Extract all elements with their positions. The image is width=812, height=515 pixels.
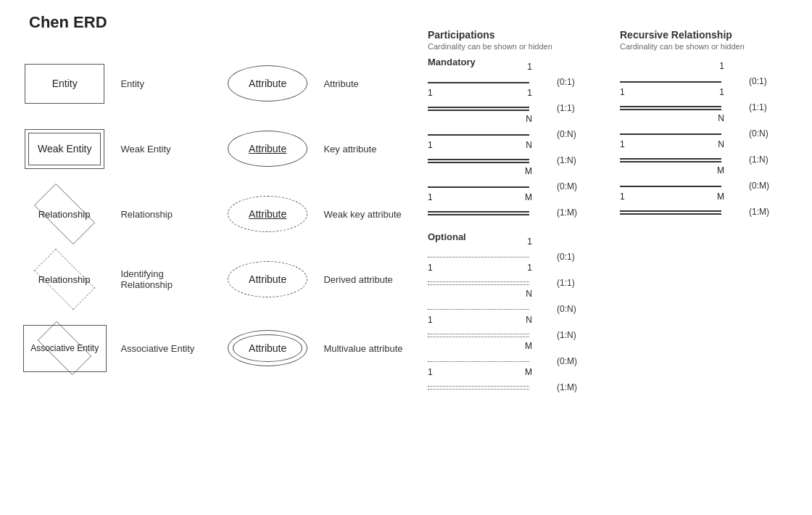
rec-line-11: 1 1 [620,97,743,118]
part-line-1m: 1 M [428,202,551,223]
shape-row-identifying: Relationship Identifying Relationship At… [14,247,420,312]
part-dotted-line-0m: M [428,351,551,371]
attribute-shape-container: Attribute [218,65,318,102]
participations-subtitle: Cardinality can be shown or hidden [428,42,609,51]
num-right-1m: M [525,192,532,202]
rec-line-0n: N [620,123,743,144]
opt-num-left-1m: 1 [428,367,433,377]
diamond: Relationship [34,184,95,244]
rec-cardinality-0m: (0:M) [749,181,785,191]
rec-row-0m: M (0:M) [620,176,801,196]
weak-key-attribute-label: Attribute [249,208,286,220]
weak-entity-label: Weak Entity [38,143,91,154]
identifying-relationship-shape: Relationship [25,258,104,301]
cardinality-0n: (0:N) [557,129,593,139]
multi-attr-shape-container: Attribute [218,330,318,366]
rec-num-right-0n: N [718,113,724,123]
part-dotted-dbl-1n: 1 N [428,325,551,345]
num-right-01: 1 [527,62,532,72]
rec-line-1m: 1 M [620,202,743,222]
weak-entity-shape-container: Weak Entity [14,129,115,169]
participations-panel: Participations Cardinality can be shown … [428,29,609,403]
attribute-desc: Attribute [323,78,420,89]
identifying-rel-label: Relationship [38,273,91,284]
rec-row-1m: 1 M (1:M) [620,202,801,222]
rec-cardinality-01: (0:1) [749,76,785,86]
opt-num-right-01: 1 [527,236,532,247]
rec-num-right-1n: N [718,139,724,149]
part-row-optional-11: 1 1 (1:1) [428,273,609,293]
rec-line-1n: 1 N [620,149,743,170]
num-right-11: 1 [527,88,532,98]
multivalue-attribute-label: Attribute [249,342,286,354]
weak-key-attr-shape-container: Attribute [218,196,318,232]
attribute-shape: Attribute [228,65,307,102]
entity-desc: Entity [120,78,218,89]
page-title: Chen ERD [29,13,107,32]
weak-entity-shape: Weak Entity [25,129,104,169]
opt-cardinality-01: (0:1) [557,252,593,262]
rec-num-right-1m: M [717,191,724,202]
opt-num-right-1n: N [526,315,532,325]
cardinality-1m: (1:M) [557,207,593,218]
identifying-rel-shape-container: Relationship [14,258,115,301]
derived-attribute-shape: Attribute [228,261,307,297]
part-row-mandatory-01: 1 (0:1) [428,72,609,92]
part-row-optional-01: 1 (0:1) [428,247,609,267]
weak-entity-inner: Weak Entity [28,133,101,165]
part-line-0n: N [428,124,551,144]
solid-line-01 [428,82,529,83]
cardinality-1n: (1:N) [557,155,593,165]
rec-line-01: 1 [620,71,743,91]
optional-label: Optional [428,231,609,242]
part-dotted-line-0n: N [428,299,551,319]
num-right-0m: M [525,166,532,176]
part-row-mandatory-0n: N (0:N) [428,124,609,144]
num-right-1n: N [526,140,532,150]
opt-cardinality-0n: (0:N) [557,304,593,314]
shape-row-relationship: Relationship Relationship Attribute Weak… [14,181,420,247]
shape-row-entity: Entity Entity Attribute Attribute [14,51,420,116]
part-line-11: 1 1 [428,98,551,118]
part-row-optional-1n: 1 N (1:N) [428,325,609,345]
num-left-1m: 1 [428,192,433,202]
assoc-entity-label: Associative Entity [30,343,99,353]
opt-num-right-11: 1 [527,263,532,273]
part-row-mandatory-0m: M (0:M) [428,176,609,197]
part-dotted-line-01: 1 [428,247,551,267]
recursive-panel: Recursive Relationship Cardinality can b… [620,29,801,228]
multivalue-attribute-shape: Attribute [228,330,307,366]
opt-cardinality-0m: (0:M) [557,356,593,366]
opt-num-right-0m: M [525,341,532,351]
part-line-1n: 1 N [428,150,551,170]
opt-num-right-0n: N [526,289,532,299]
participations-title: Participations [428,29,609,41]
derived-attr-shape-container: Attribute [218,261,318,297]
shape-row-weak-entity: Weak Entity Weak Entity Attribute Key at… [14,116,420,181]
rec-solid-0m [620,186,721,187]
cardinality-01: (0:1) [557,77,593,87]
part-dotted-dbl-1m: 1 M [428,377,551,397]
part-row-optional-0n: N (0:N) [428,299,609,319]
solid-line-0n [428,134,529,136]
part-dotted-dbl-11: 1 1 [428,273,551,293]
opt-num-right-1m: M [525,367,532,377]
dotted-line-01 [428,257,529,258]
shapes-panel: Entity Entity Attribute Attribute Weak E… [14,51,420,384]
recursive-title: Recursive Relationship [620,29,801,41]
identifying-rel-desc: Identifying Relationship [120,268,218,290]
opt-cardinality-1m: (1:M) [557,382,593,392]
cardinality-11: (1:1) [557,103,593,113]
relationship-label: Relationship [38,208,91,219]
rec-solid-01 [620,81,721,83]
derived-attribute-label: Attribute [249,273,286,285]
num-left-1n: 1 [428,140,433,150]
rec-num-left-11: 1 [620,87,625,97]
opt-num-left-1n: 1 [428,315,433,325]
dotted-line-0m [428,361,529,362]
derived-attribute-desc: Derived attribute [323,274,420,285]
key-attribute-desc: Key attribute [323,144,420,154]
relationship-desc: Relationship [120,209,218,220]
assoc-entity-shape-container: Associative Entity [14,323,115,374]
key-attribute-shape: Attribute [228,131,307,167]
